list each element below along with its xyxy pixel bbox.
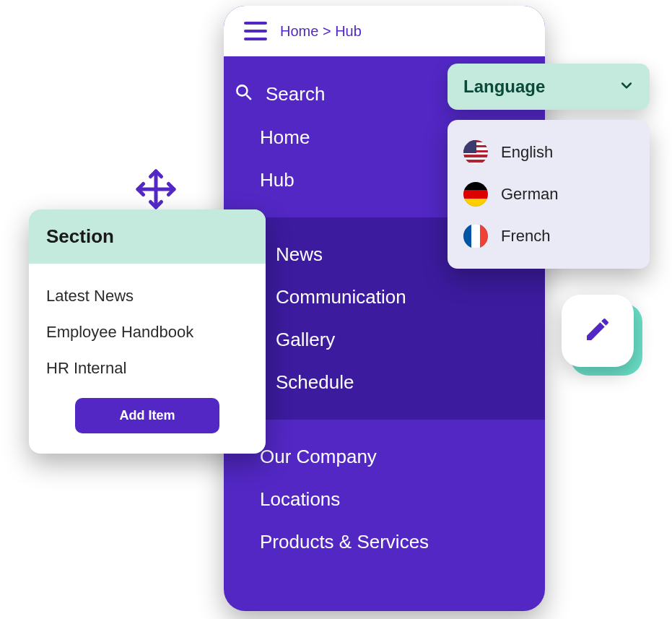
language-option-label: German [501, 185, 558, 204]
language-option-label: English [501, 143, 553, 162]
language-option-german[interactable]: German [461, 173, 637, 215]
language-button[interactable]: Language [448, 64, 650, 110]
language-option-english[interactable]: English [461, 131, 637, 173]
language-list: English German French [448, 120, 650, 269]
nav-group-bottom: Our Company Locations Products & Service… [224, 420, 545, 579]
nav-item-communication[interactable]: Communication [276, 276, 525, 319]
section-title: Section [29, 209, 266, 264]
move-icon[interactable] [134, 168, 178, 211]
nav-item-label: Locations [260, 488, 340, 511]
language-option-french[interactable]: French [461, 215, 637, 257]
add-item-button[interactable]: Add Item [75, 398, 219, 433]
nav-item-company[interactable]: Our Company [260, 436, 525, 478]
section-card: Section Latest News Employee Handbook HR… [29, 209, 266, 454]
flag-us-icon [463, 140, 488, 165]
language-option-label: French [501, 227, 550, 246]
nav-item-label: Hub [260, 169, 294, 191]
breadcrumb[interactable]: Home > Hub [280, 23, 362, 40]
hamburger-icon[interactable] [244, 22, 267, 40]
section-item[interactable]: HR Internal [46, 350, 248, 386]
nav-item-label: Communication [276, 286, 406, 308]
search-icon [234, 82, 253, 106]
section-item-label: Latest News [46, 287, 134, 305]
nav-search-label: Search [266, 83, 325, 105]
nav-item-locations[interactable]: Locations [260, 478, 525, 521]
nav-item-label: Gallery [276, 329, 335, 351]
breadcrumb-current[interactable]: Hub [335, 23, 362, 39]
section-item-label: Employee Handbook [46, 323, 193, 341]
nav-item-label: Schedule [276, 371, 354, 394]
flag-fr-icon [463, 224, 488, 248]
nav-item-products[interactable]: Products & Services [260, 521, 525, 563]
svg-line-1 [246, 95, 251, 100]
nav-item-label: Products & Services [260, 531, 429, 553]
pencil-icon [583, 315, 612, 347]
section-item[interactable]: Employee Handbook [46, 314, 248, 350]
flag-de-icon [463, 182, 488, 207]
nav-header: Home > Hub [224, 6, 545, 56]
breadcrumb-sep: > [323, 23, 331, 39]
nav-item-label: Our Company [260, 446, 377, 468]
section-item-label: HR Internal [46, 359, 126, 377]
edit-fab[interactable] [562, 295, 634, 367]
section-item[interactable]: Latest News [46, 278, 248, 314]
section-body: Latest News Employee Handbook HR Interna… [29, 264, 266, 454]
breadcrumb-home[interactable]: Home [280, 23, 318, 39]
svg-point-0 [237, 85, 247, 95]
nav-item-label: News [276, 243, 323, 266]
chevron-down-icon [619, 77, 634, 97]
language-button-label: Language [463, 77, 545, 97]
language-selector: Language English German French [448, 64, 650, 269]
nav-item-label: Home [260, 126, 310, 149]
nav-item-schedule[interactable]: Schedule [276, 361, 525, 404]
nav-item-gallery[interactable]: Gallery [276, 319, 525, 361]
